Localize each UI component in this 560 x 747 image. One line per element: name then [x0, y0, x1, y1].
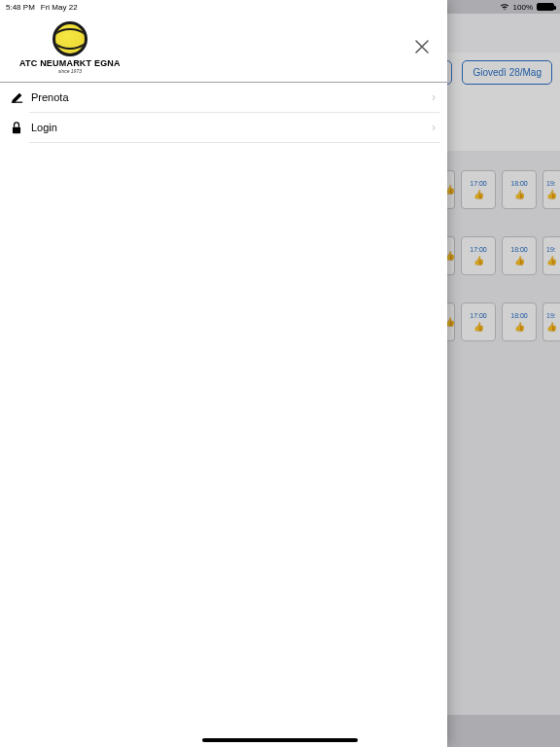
edit-icon: [8, 91, 25, 104]
status-time: 5:48 PM: [6, 3, 35, 12]
thumbs-up-icon: 👍: [514, 322, 525, 332]
drawer-header: ATC NEUMARKT EGNA since 1973: [0, 14, 447, 83]
date-tab[interactable]: Giovedì 28/Mag: [462, 60, 552, 85]
slot-time-label: 17:00: [470, 246, 487, 253]
time-slot-edge[interactable]: 19:👍: [542, 236, 560, 275]
thumbs-up-icon: 👍: [473, 190, 484, 199]
app-logo: ATC NEUMARKT EGNA since 1973: [19, 21, 121, 74]
battery-icon: [537, 3, 554, 11]
menu-item-prenota[interactable]: Prenota ›: [29, 83, 439, 113]
time-slot[interactable]: 17:00👍: [461, 302, 496, 341]
time-slot-edge[interactable]: 19:👍: [542, 302, 560, 341]
slot-time-label: 19:: [546, 312, 556, 319]
slot-time-label: 17:00: [470, 312, 487, 319]
slot-time-label: 18:00: [510, 246, 528, 253]
status-bar-left: 5:48 PM Fri May 22: [0, 0, 447, 14]
slot-time-label: 18:00: [510, 312, 528, 319]
thumbs-up-icon: 👍: [514, 190, 525, 199]
slot-time-label: 19:: [546, 246, 556, 253]
battery-percent: 100%: [513, 3, 533, 12]
thumbs-up-icon: 👍: [546, 256, 557, 266]
menu-label: Prenota: [31, 91, 420, 103]
tennis-ball-icon: [52, 21, 88, 56]
wifi-icon: [500, 3, 509, 11]
logo-title: ATC NEUMARKT EGNA: [19, 58, 121, 68]
chevron-right-icon: ›: [432, 90, 436, 104]
time-slot[interactable]: 17:00👍: [461, 236, 496, 275]
thumbs-up-icon: 👍: [546, 190, 557, 199]
lock-icon: [8, 122, 25, 134]
time-slot[interactable]: 18:00👍: [502, 236, 537, 275]
menu-label: Login: [31, 122, 420, 133]
thumbs-up-icon: 👍: [514, 256, 525, 266]
svg-rect-1: [13, 126, 20, 133]
logo-subtitle: since 1973: [58, 68, 82, 74]
time-slot[interactable]: 18:00👍: [502, 302, 537, 341]
slot-time-label: 17:00: [470, 180, 487, 187]
navigation-drawer: 5:48 PM Fri May 22 ATC NEUMARKT EGNA sin…: [0, 0, 447, 747]
status-date: Fri May 22: [41, 3, 78, 12]
time-slot[interactable]: 17:00👍: [461, 170, 496, 209]
close-button[interactable]: [410, 33, 434, 63]
thumbs-up-icon: 👍: [473, 256, 484, 266]
slot-time-label: 19:: [546, 180, 556, 187]
chevron-right-icon: ›: [432, 121, 436, 134]
home-indicator[interactable]: [202, 738, 358, 742]
svg-rect-0: [11, 101, 21, 102]
drawer-menu: Prenota › Login ›: [0, 83, 447, 143]
slot-time-label: 18:00: [510, 180, 528, 187]
time-slot-edge[interactable]: 19:👍: [542, 170, 560, 209]
menu-item-login[interactable]: Login ›: [29, 113, 439, 143]
thumbs-up-icon: 👍: [473, 322, 484, 332]
time-slot[interactable]: 18:00👍: [502, 170, 537, 209]
close-icon: [414, 39, 430, 54]
thumbs-up-icon: 👍: [546, 322, 557, 332]
